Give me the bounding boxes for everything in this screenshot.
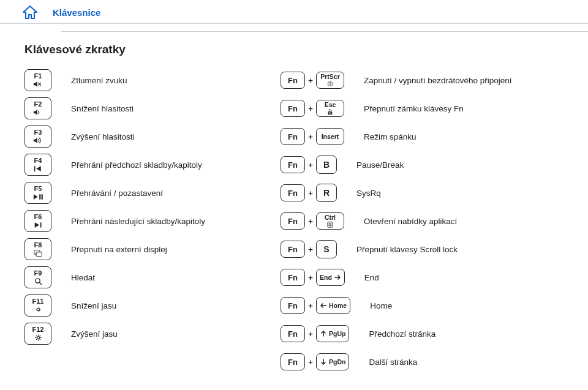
svg-rect-4 (41, 194, 42, 200)
svg-rect-7 (36, 252, 42, 256)
arrow-up-icon (320, 330, 327, 337)
key-label: End (320, 274, 332, 281)
prev-icon (34, 165, 43, 173)
key-label: Home (329, 302, 347, 309)
key-label: PgUp (329, 331, 345, 337)
key-label: F9 (34, 270, 42, 277)
svg-rect-3 (39, 194, 40, 200)
key-fn: Fn (281, 212, 305, 230)
key-f9: F9 (24, 266, 51, 288)
key-insert: Insert (316, 128, 344, 145)
volup-icon (33, 137, 43, 144)
shortcut-description: Snížení hlasitosti (71, 104, 134, 113)
key-label: Ctrl (325, 214, 336, 221)
key-fn: Fn (281, 72, 305, 89)
shortcut-description: Zvýšení hlasitosti (71, 132, 135, 141)
key-label: Fn (288, 274, 298, 282)
key-end: End (316, 269, 345, 286)
display-icon (34, 249, 43, 257)
key-label: F1 (34, 73, 42, 80)
key-label: B (323, 160, 330, 169)
plus-sign: + (305, 76, 316, 85)
key-fn: Fn (281, 128, 305, 145)
key-pgdn: PgDn (316, 353, 349, 370)
key-label: Fn (288, 217, 298, 225)
svg-rect-5 (40, 222, 41, 227)
shortcut-description: End (364, 273, 379, 282)
shortcut-description: Home (370, 301, 392, 310)
home-icon[interactable] (22, 5, 38, 20)
key-label: PgDn (329, 359, 345, 366)
key-label: Fn (288, 358, 298, 366)
key-fn: Fn (281, 353, 305, 370)
key-label: F2 (34, 101, 42, 108)
plus-sign: + (305, 189, 316, 198)
svg-line-21 (39, 339, 40, 340)
key-r: R (316, 184, 337, 202)
key-b: B (316, 156, 337, 174)
shortcut-description: Režim spánku (364, 132, 417, 141)
plus-sign: + (305, 104, 316, 113)
svg-line-14 (36, 310, 37, 311)
svg-line-12 (39, 310, 40, 311)
shortcut-description: Hledat (71, 273, 95, 282)
shortcut-description: Přehrávání / pozastavení (71, 189, 163, 198)
key-label: Fn (288, 77, 298, 84)
next-icon (34, 221, 43, 229)
svg-point-8 (35, 278, 39, 282)
key-f5: F5 (24, 182, 51, 204)
breadcrumb[interactable]: Klávesnice (53, 7, 100, 18)
shortcut-description: Přepnutí na externí displej (71, 245, 167, 254)
key-fn: Fn (281, 184, 305, 201)
plus-sign: + (305, 358, 316, 367)
key-fn: Fn (281, 100, 305, 117)
key-fn: Fn (281, 325, 305, 342)
key-label: PrtScr (320, 73, 340, 80)
key-f1: F1 (24, 69, 51, 91)
shortcut-description: SysRq (356, 189, 381, 198)
wifi-icon (326, 81, 334, 88)
key-label: F6 (34, 214, 42, 220)
key-label: F11 (32, 298, 44, 305)
search-icon (34, 277, 42, 285)
shortcut-description: Přehrání předchozí skladby/kapitoly (71, 160, 202, 170)
key-f2: F2 (24, 97, 51, 119)
key-f11: F11 (24, 294, 51, 317)
key-fn: Fn (281, 156, 305, 173)
key-label: Fn (288, 133, 298, 141)
arrow-down-icon (320, 358, 327, 366)
key-label: Insert (322, 133, 339, 140)
key-esc: EscFn (316, 100, 344, 117)
shortcut-description: Zvýšení jasu (71, 329, 118, 339)
key-s: S (316, 240, 337, 258)
shortcut-description: Snížení jasu (71, 301, 116, 310)
key-label: Fn (288, 105, 298, 113)
shortcut-description: Předchozí stránka (369, 329, 435, 339)
brightup-icon (34, 334, 42, 342)
shortcut-description: Zapnutí / vypnutí bezdrátového připojení (364, 76, 512, 85)
svg-rect-2 (34, 166, 35, 171)
shortcut-description: Pause/Break (356, 160, 404, 170)
key-label: Fn (288, 246, 298, 253)
key-fn: Fn (281, 241, 305, 258)
key-f8: F8 (24, 238, 51, 260)
svg-line-23 (36, 339, 37, 340)
svg-line-27 (39, 335, 40, 336)
key-label: F12 (32, 326, 44, 333)
key-ctrl: Ctrl (316, 212, 344, 230)
key-label: S (323, 245, 329, 253)
mute-icon (33, 80, 43, 88)
svg-point-19 (37, 336, 39, 339)
plus-sign: + (305, 160, 316, 170)
svg-point-29 (330, 81, 331, 82)
key-label: F5 (34, 186, 42, 192)
svg-line-18 (39, 307, 40, 308)
svg-line-16 (36, 307, 37, 308)
playpause-icon (33, 193, 43, 201)
key-label: F8 (34, 242, 42, 249)
plus-sign: + (305, 329, 316, 339)
key-label: Fn (288, 330, 298, 338)
shortcut-description: Ztlumení zvuku (71, 76, 127, 85)
svg-line-25 (36, 335, 37, 336)
shortcut-description: Přepnutí klávesy Scroll lock (356, 245, 458, 254)
